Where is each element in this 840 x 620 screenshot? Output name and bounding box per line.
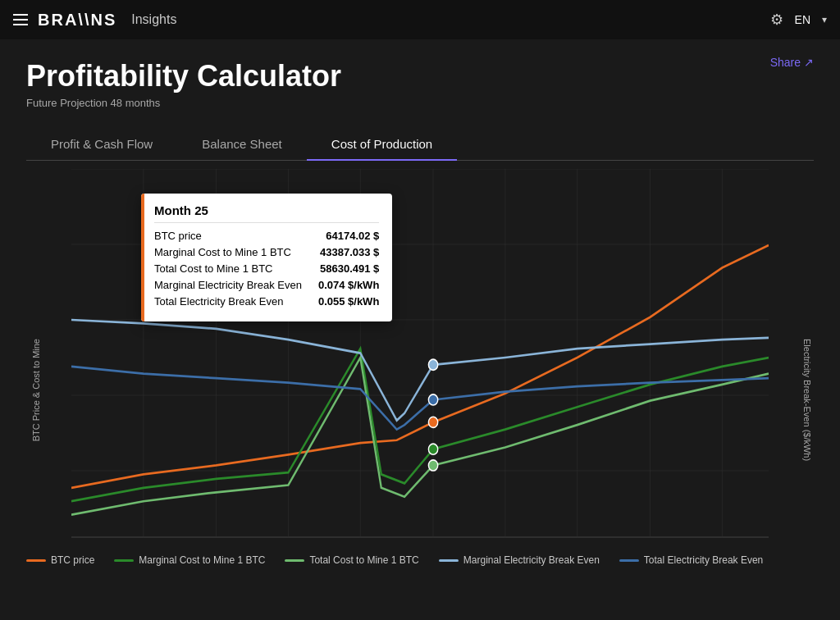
tooltip-color-bar	[141, 194, 144, 321]
tooltip-label-total-elec: Total Electricity Break Even	[154, 295, 284, 308]
nav-right: ⚙ EN ▾	[770, 11, 827, 29]
legend-total-cost: Total Cost to Mine 1 BTC	[285, 554, 418, 566]
legend-btc-price: BTC price	[26, 554, 94, 566]
tooltip-label-marginal-cost: Marginal Cost to Mine 1 BTC	[154, 246, 291, 258]
total-elec-dot	[428, 394, 437, 405]
chart-legend: BTC price Marginal Cost to Mine 1 BTC To…	[0, 546, 840, 566]
logo: BRA\\NS	[38, 11, 116, 30]
chart-wrap: 200000 150000 100000 50000 0 0.12 0.10 0…	[26, 169, 814, 546]
svg-text:20: 20	[356, 545, 366, 546]
total-cost-dot	[428, 460, 437, 471]
legend-marginal-elec-label: Marginal Electricity Break Even	[463, 554, 600, 566]
tab-balance-sheet[interactable]: Balance Sheet	[177, 129, 307, 161]
tooltip-title: Month 25	[154, 203, 379, 223]
legend-total-elec-label: Total Electricity Break Even	[644, 554, 763, 566]
tooltip-row-total-cost: Total Cost to Mine 1 BTC 58630.491 $	[154, 262, 379, 275]
page-subtitle: Future Projection 48 months	[26, 97, 814, 109]
tooltip-row-btc: BTC price 64174.02 $	[154, 230, 379, 242]
svg-text:10: 10	[212, 545, 221, 546]
legend-btc-price-line	[26, 559, 46, 562]
tooltip-label-btc: BTC price	[154, 230, 202, 242]
legend-marginal-cost: Marginal Cost to Mine 1 BTC	[114, 554, 265, 566]
tab-cost-production[interactable]: Cost of Production	[307, 129, 457, 161]
legend-total-elec: Total Electricity Break Even	[619, 554, 763, 566]
tooltip-value-marginal-cost: 43387.033 $	[320, 246, 379, 258]
legend-total-elec-line	[619, 559, 639, 562]
legend-total-cost-label: Total Cost to Mine 1 BTC	[309, 554, 418, 566]
share-icon: ↗	[804, 56, 814, 69]
svg-text:35: 35	[573, 545, 582, 546]
legend-total-cost-line	[285, 559, 304, 562]
legend-marginal-cost-label: Marginal Cost to Mine 1 BTC	[139, 554, 265, 566]
share-button[interactable]: Share ↗	[770, 56, 814, 69]
nav-left: BRA\\NS Insights	[13, 11, 176, 30]
svg-text:45: 45	[718, 545, 728, 546]
tooltip-row-marginal-cost: Marginal Cost to Mine 1 BTC 43387.033 $	[154, 246, 379, 258]
tooltip-value-btc: 64174.02 $	[326, 230, 379, 242]
page-title: Profitability Calculator	[26, 59, 814, 93]
tooltip-row-marginal-elec: Marginal Electricity Break Even 0.074 $/…	[154, 279, 379, 291]
gear-icon[interactable]: ⚙	[770, 11, 783, 29]
tooltip-label-total-cost: Total Cost to Mine 1 BTC	[154, 262, 273, 275]
marginal-elec-line	[71, 320, 769, 421]
svg-text:15: 15	[284, 545, 294, 546]
tooltip-label-marginal-elec: Marginal Electricity Break Even	[154, 279, 302, 291]
btc-price-dot	[428, 417, 437, 427]
svg-text:30: 30	[500, 545, 510, 546]
hamburger-menu[interactable]	[13, 14, 28, 25]
svg-text:5: 5	[141, 545, 146, 546]
legend-marginal-elec-line	[439, 559, 459, 562]
svg-text:25: 25	[428, 545, 438, 546]
tab-profit-cashflow[interactable]: Profit & Cash Flow	[26, 129, 177, 161]
chevron-down-icon[interactable]: ▾	[822, 14, 827, 25]
legend-marginal-elec: Marginal Electricity Break Even	[439, 554, 600, 566]
tooltip-value-total-cost: 58630.491 $	[320, 262, 379, 275]
language-selector[interactable]: EN	[795, 13, 810, 26]
tooltip-value-total-elec: 0.055 $/kWh	[318, 295, 379, 308]
chart-tooltip: Month 25 BTC price 64174.02 $ Marginal C…	[141, 194, 392, 321]
legend-btc-price-label: BTC price	[51, 554, 94, 566]
svg-text:40: 40	[646, 545, 655, 546]
marginal-elec-dot	[428, 359, 437, 370]
marginal-cost-dot	[428, 444, 437, 454]
chart-container: BTC Price & Cost to Mine Electricity Bre…	[26, 169, 814, 546]
page-content: Profitability Calculator Future Projecti…	[0, 39, 840, 546]
navbar: BRA\\NS Insights ⚙ EN ▾	[0, 0, 840, 39]
tooltip-value-marginal-elec: 0.074 $/kWh	[318, 279, 379, 291]
logo-insights: Insights	[131, 12, 176, 27]
tooltip-row-total-elec: Total Electricity Break Even 0.055 $/kWh	[154, 295, 379, 308]
tabs: Profit & Cash Flow Balance Sheet Cost of…	[26, 129, 814, 161]
legend-marginal-cost-line	[114, 559, 134, 562]
